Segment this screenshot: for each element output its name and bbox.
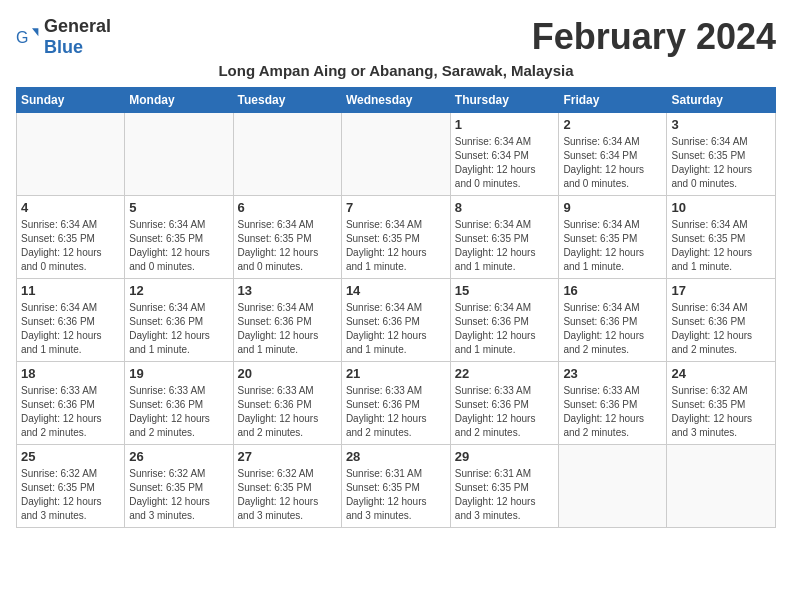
day-number: 2 — [563, 117, 662, 132]
day-info: Sunrise: 6:34 AMSunset: 6:35 PMDaylight:… — [671, 218, 771, 274]
day-info: Sunrise: 6:34 AMSunset: 6:36 PMDaylight:… — [129, 301, 228, 357]
day-number: 28 — [346, 449, 446, 464]
logo-icon: G — [16, 25, 40, 49]
calendar-cell: 4Sunrise: 6:34 AMSunset: 6:35 PMDaylight… — [17, 196, 125, 279]
day-info: Sunrise: 6:34 AMSunset: 6:36 PMDaylight:… — [346, 301, 446, 357]
calendar-week-0: 1Sunrise: 6:34 AMSunset: 6:34 PMDaylight… — [17, 113, 776, 196]
calendar-cell: 8Sunrise: 6:34 AMSunset: 6:35 PMDaylight… — [450, 196, 559, 279]
day-info: Sunrise: 6:34 AMSunset: 6:34 PMDaylight:… — [455, 135, 555, 191]
day-number: 10 — [671, 200, 771, 215]
calendar-cell: 13Sunrise: 6:34 AMSunset: 6:36 PMDayligh… — [233, 279, 341, 362]
calendar-cell: 12Sunrise: 6:34 AMSunset: 6:36 PMDayligh… — [125, 279, 233, 362]
calendar: SundayMondayTuesdayWednesdayThursdayFrid… — [16, 87, 776, 528]
day-number: 11 — [21, 283, 120, 298]
day-number: 5 — [129, 200, 228, 215]
day-info: Sunrise: 6:34 AMSunset: 6:34 PMDaylight:… — [563, 135, 662, 191]
calendar-week-1: 4Sunrise: 6:34 AMSunset: 6:35 PMDaylight… — [17, 196, 776, 279]
day-number: 8 — [455, 200, 555, 215]
day-number: 20 — [238, 366, 337, 381]
day-number: 25 — [21, 449, 120, 464]
day-header-monday: Monday — [125, 88, 233, 113]
day-number: 12 — [129, 283, 228, 298]
day-info: Sunrise: 6:33 AMSunset: 6:36 PMDaylight:… — [563, 384, 662, 440]
calendar-cell: 10Sunrise: 6:34 AMSunset: 6:35 PMDayligh… — [667, 196, 776, 279]
day-number: 4 — [21, 200, 120, 215]
calendar-cell: 18Sunrise: 6:33 AMSunset: 6:36 PMDayligh… — [17, 362, 125, 445]
day-info: Sunrise: 6:34 AMSunset: 6:36 PMDaylight:… — [455, 301, 555, 357]
day-info: Sunrise: 6:34 AMSunset: 6:36 PMDaylight:… — [563, 301, 662, 357]
calendar-week-2: 11Sunrise: 6:34 AMSunset: 6:36 PMDayligh… — [17, 279, 776, 362]
day-number: 3 — [671, 117, 771, 132]
logo: G General Blue — [16, 16, 111, 58]
day-info: Sunrise: 6:33 AMSunset: 6:36 PMDaylight:… — [129, 384, 228, 440]
calendar-week-3: 18Sunrise: 6:33 AMSunset: 6:36 PMDayligh… — [17, 362, 776, 445]
day-info: Sunrise: 6:34 AMSunset: 6:36 PMDaylight:… — [21, 301, 120, 357]
calendar-cell: 22Sunrise: 6:33 AMSunset: 6:36 PMDayligh… — [450, 362, 559, 445]
day-number: 17 — [671, 283, 771, 298]
calendar-cell — [125, 113, 233, 196]
day-header-wednesday: Wednesday — [341, 88, 450, 113]
day-number: 1 — [455, 117, 555, 132]
calendar-cell: 24Sunrise: 6:32 AMSunset: 6:35 PMDayligh… — [667, 362, 776, 445]
calendar-cell — [17, 113, 125, 196]
calendar-cell: 14Sunrise: 6:34 AMSunset: 6:36 PMDayligh… — [341, 279, 450, 362]
day-header-sunday: Sunday — [17, 88, 125, 113]
day-number: 15 — [455, 283, 555, 298]
day-number: 14 — [346, 283, 446, 298]
day-number: 7 — [346, 200, 446, 215]
calendar-cell: 20Sunrise: 6:33 AMSunset: 6:36 PMDayligh… — [233, 362, 341, 445]
day-info: Sunrise: 6:32 AMSunset: 6:35 PMDaylight:… — [238, 467, 337, 523]
day-header-saturday: Saturday — [667, 88, 776, 113]
day-info: Sunrise: 6:34 AMSunset: 6:36 PMDaylight:… — [671, 301, 771, 357]
page-subtitle: Long Ampan Aing or Abanang, Sarawak, Mal… — [16, 62, 776, 79]
day-info: Sunrise: 6:34 AMSunset: 6:35 PMDaylight:… — [129, 218, 228, 274]
day-header-tuesday: Tuesday — [233, 88, 341, 113]
calendar-cell: 1Sunrise: 6:34 AMSunset: 6:34 PMDaylight… — [450, 113, 559, 196]
day-info: Sunrise: 6:32 AMSunset: 6:35 PMDaylight:… — [129, 467, 228, 523]
calendar-cell: 19Sunrise: 6:33 AMSunset: 6:36 PMDayligh… — [125, 362, 233, 445]
day-info: Sunrise: 6:34 AMSunset: 6:35 PMDaylight:… — [671, 135, 771, 191]
calendar-cell: 23Sunrise: 6:33 AMSunset: 6:36 PMDayligh… — [559, 362, 667, 445]
calendar-cell: 17Sunrise: 6:34 AMSunset: 6:36 PMDayligh… — [667, 279, 776, 362]
day-info: Sunrise: 6:31 AMSunset: 6:35 PMDaylight:… — [346, 467, 446, 523]
calendar-week-4: 25Sunrise: 6:32 AMSunset: 6:35 PMDayligh… — [17, 445, 776, 528]
day-header-friday: Friday — [559, 88, 667, 113]
calendar-cell: 26Sunrise: 6:32 AMSunset: 6:35 PMDayligh… — [125, 445, 233, 528]
day-info: Sunrise: 6:34 AMSunset: 6:35 PMDaylight:… — [238, 218, 337, 274]
calendar-cell — [559, 445, 667, 528]
calendar-cell: 2Sunrise: 6:34 AMSunset: 6:34 PMDaylight… — [559, 113, 667, 196]
day-info: Sunrise: 6:33 AMSunset: 6:36 PMDaylight:… — [455, 384, 555, 440]
day-number: 22 — [455, 366, 555, 381]
calendar-cell: 16Sunrise: 6:34 AMSunset: 6:36 PMDayligh… — [559, 279, 667, 362]
calendar-cell: 5Sunrise: 6:34 AMSunset: 6:35 PMDaylight… — [125, 196, 233, 279]
calendar-cell — [233, 113, 341, 196]
day-number: 19 — [129, 366, 228, 381]
calendar-cell — [341, 113, 450, 196]
logo-general: General — [44, 16, 111, 36]
calendar-header-row: SundayMondayTuesdayWednesdayThursdayFrid… — [17, 88, 776, 113]
logo-blue: Blue — [44, 37, 83, 57]
day-info: Sunrise: 6:34 AMSunset: 6:35 PMDaylight:… — [563, 218, 662, 274]
day-info: Sunrise: 6:31 AMSunset: 6:35 PMDaylight:… — [455, 467, 555, 523]
day-number: 6 — [238, 200, 337, 215]
day-number: 13 — [238, 283, 337, 298]
svg-marker-1 — [32, 28, 38, 36]
day-info: Sunrise: 6:34 AMSunset: 6:36 PMDaylight:… — [238, 301, 337, 357]
day-info: Sunrise: 6:32 AMSunset: 6:35 PMDaylight:… — [671, 384, 771, 440]
day-number: 23 — [563, 366, 662, 381]
day-info: Sunrise: 6:33 AMSunset: 6:36 PMDaylight:… — [21, 384, 120, 440]
calendar-cell: 9Sunrise: 6:34 AMSunset: 6:35 PMDaylight… — [559, 196, 667, 279]
day-info: Sunrise: 6:32 AMSunset: 6:35 PMDaylight:… — [21, 467, 120, 523]
header: G General Blue February 2024 — [16, 16, 776, 58]
calendar-cell: 3Sunrise: 6:34 AMSunset: 6:35 PMDaylight… — [667, 113, 776, 196]
day-number: 16 — [563, 283, 662, 298]
calendar-cell: 29Sunrise: 6:31 AMSunset: 6:35 PMDayligh… — [450, 445, 559, 528]
day-number: 18 — [21, 366, 120, 381]
day-info: Sunrise: 6:34 AMSunset: 6:35 PMDaylight:… — [455, 218, 555, 274]
day-number: 9 — [563, 200, 662, 215]
calendar-cell — [667, 445, 776, 528]
day-info: Sunrise: 6:33 AMSunset: 6:36 PMDaylight:… — [238, 384, 337, 440]
day-number: 21 — [346, 366, 446, 381]
day-number: 27 — [238, 449, 337, 464]
calendar-cell: 21Sunrise: 6:33 AMSunset: 6:36 PMDayligh… — [341, 362, 450, 445]
